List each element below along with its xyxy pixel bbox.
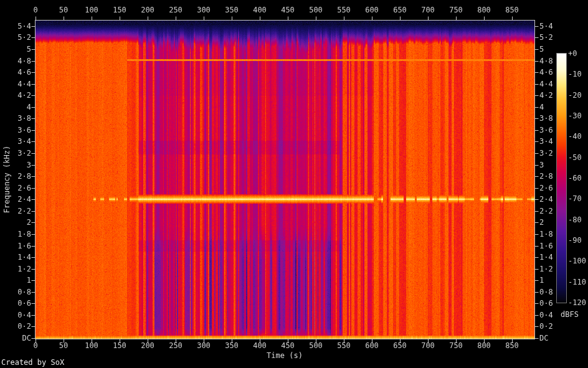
spectrogram-canvas — [0, 0, 588, 368]
sox-spectrogram-view: 0050501001001501502002002502503003003503… — [0, 0, 588, 368]
created-by-sox-label: Created by SoX — [1, 358, 64, 367]
x-axis-title: Time (s) — [267, 351, 303, 360]
colorbar-unit-label: dBFS — [561, 310, 579, 319]
y-axis-title: Frequency (kHz) — [2, 146, 11, 213]
